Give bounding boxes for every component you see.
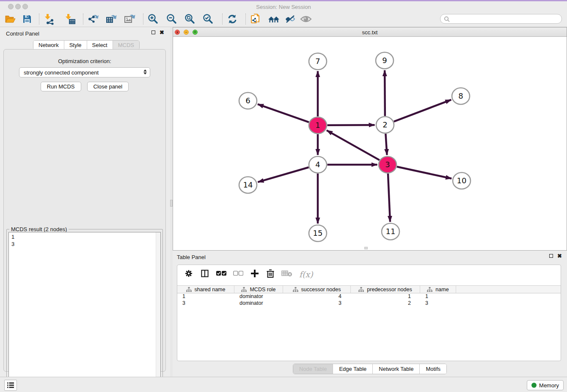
- float-panel-icon[interactable]: [151, 30, 155, 34]
- toolbar-separator: [83, 14, 83, 25]
- edge-4-14[interactable]: [258, 167, 308, 182]
- clone-network-icon[interactable]: [249, 13, 262, 25]
- column-header-name[interactable]: name: [420, 286, 456, 293]
- mcds-panel: Optimization criterion: strongly connect…: [3, 49, 166, 372]
- tab-network-table[interactable]: Network Table: [373, 364, 420, 374]
- tab-network[interactable]: Network: [33, 41, 64, 50]
- status-bar: Memory: [0, 377, 567, 392]
- run-mcds-button[interactable]: Run MCDS: [41, 82, 81, 91]
- tab-node-table[interactable]: Node Table: [293, 364, 333, 374]
- session-title: Session: New Session: [0, 4, 567, 10]
- tab-mcds[interactable]: MCDS: [113, 41, 139, 50]
- column-header-shared-name[interactable]: shared name: [177, 286, 234, 293]
- close-panel-icon[interactable]: ✖: [160, 30, 164, 34]
- column-header-predecessor-nodes[interactable]: predecessor nodes: [351, 286, 420, 293]
- tab-motifs[interactable]: Motifs: [420, 364, 446, 374]
- graph-node-label-8: 8: [458, 91, 463, 100]
- table-body: 1dominator4113dominator323: [177, 293, 561, 307]
- table-tabs: Node TableEdge TableNetwork TableMotifs: [173, 364, 567, 374]
- refresh-network-icon[interactable]: [226, 13, 239, 25]
- table-row[interactable]: 3dominator323: [177, 300, 561, 307]
- memory-label: Memory: [539, 382, 559, 389]
- search-input[interactable]: [440, 14, 562, 24]
- edge-3-1[interactable]: [327, 130, 380, 160]
- column-header-successor-nodes[interactable]: successor nodes: [283, 286, 351, 293]
- import-table-icon[interactable]: [64, 13, 77, 25]
- hide-details-icon[interactable]: [284, 13, 297, 25]
- column-header-MCDS-role[interactable]: MCDS role: [234, 286, 283, 293]
- result-scrollbar[interactable]: [156, 232, 160, 386]
- function-builder-icon[interactable]: f(x): [299, 270, 313, 279]
- tab-style[interactable]: Style: [64, 41, 87, 50]
- list-icon: [7, 382, 14, 389]
- zoom-selected-icon[interactable]: [202, 13, 215, 25]
- cell-predecessor-nodes: 1: [351, 293, 420, 300]
- open-session-icon[interactable]: [4, 13, 17, 25]
- delete-row-icon[interactable]: [266, 269, 275, 280]
- gear-icon[interactable]: [184, 269, 193, 280]
- node-table: shared nameMCDS rolesuccessor nodesprede…: [177, 285, 561, 307]
- graph-node-label-2: 2: [383, 120, 387, 129]
- deselect-all-checks-icon[interactable]: [233, 271, 243, 278]
- cell-predecessor-nodes: 2: [351, 300, 420, 307]
- node-table-container: f(x) shared nameMCDS rolesuccessor nodes…: [177, 265, 561, 361]
- add-row-icon[interactable]: [250, 269, 259, 280]
- graph-node-label-4: 4: [315, 160, 320, 169]
- graph-node-label-14: 14: [243, 180, 253, 189]
- import-network-icon[interactable]: [43, 13, 56, 25]
- cell-MCDS-role: dominator: [234, 293, 283, 300]
- zoom-in-icon[interactable]: [147, 13, 160, 25]
- toolbar-separator: [222, 14, 223, 25]
- float-table-panel-icon[interactable]: [549, 254, 553, 258]
- edge-3-11[interactable]: [388, 174, 390, 222]
- delete-table-icon[interactable]: [281, 270, 292, 279]
- network-graph: 7968124314101511: [173, 37, 567, 250]
- task-history-button[interactable]: [4, 380, 17, 391]
- tab-edge-table[interactable]: Edge Table: [333, 364, 373, 374]
- network-canvas[interactable]: 7968124314101511: [173, 37, 567, 250]
- edge-1-2[interactable]: [327, 125, 374, 125]
- network-window-titlebar[interactable]: x − + scc.txt: [173, 28, 567, 37]
- control-panel-tabs: NetworkStyleSelectMCDS: [33, 40, 140, 50]
- export-image-icon[interactable]: [123, 13, 136, 25]
- home-layouts-icon[interactable]: [267, 13, 280, 25]
- cell-name: 1: [420, 293, 456, 300]
- criterion-value: strongly connected component: [24, 69, 99, 76]
- mcds-result-title: MCDS result (2 nodes): [9, 226, 69, 232]
- zoom-out-icon[interactable]: [165, 13, 178, 25]
- export-table-icon[interactable]: [105, 13, 118, 25]
- graph-node-label-9: 9: [382, 56, 387, 65]
- graph-node-label-1: 1: [315, 121, 320, 130]
- edge-2-3[interactable]: [385, 134, 387, 155]
- edge-3-10[interactable]: [397, 167, 451, 179]
- select-stepper-icon: [143, 69, 147, 75]
- toolbar-separator: [143, 14, 143, 25]
- edge-2-9[interactable]: [385, 70, 385, 116]
- canvas-resize-handle[interactable]: [364, 247, 368, 249]
- titlebar: Session: New Session: [0, 1, 567, 12]
- export-network-icon[interactable]: [87, 13, 99, 25]
- toolbar-separator: [39, 14, 39, 25]
- tab-select[interactable]: Select: [87, 41, 113, 50]
- zoom-fit-icon[interactable]: [184, 13, 196, 25]
- close-panel-button[interactable]: Close panel: [87, 82, 129, 91]
- save-session-icon[interactable]: [21, 13, 33, 25]
- mcds-result-text[interactable]: 1 3: [8, 232, 161, 387]
- cell-shared-name: 3: [177, 300, 234, 307]
- show-details-icon[interactable]: [300, 13, 312, 25]
- graph-node-label-6: 6: [245, 96, 250, 105]
- close-table-panel-icon[interactable]: ✖: [557, 254, 562, 258]
- application-window: Session: New Session: [0, 0, 567, 392]
- select-all-checks-icon[interactable]: [216, 271, 226, 278]
- edge-2-8[interactable]: [394, 100, 451, 121]
- graph-node-label-15: 15: [313, 229, 323, 237]
- columns-icon[interactable]: [200, 269, 209, 280]
- edge-1-6[interactable]: [258, 104, 309, 122]
- criterion-select[interactable]: strongly connected component: [19, 67, 150, 77]
- main-toolbar: [0, 11, 567, 27]
- memory-button[interactable]: Memory: [527, 380, 564, 390]
- cell-MCDS-role: dominator: [234, 300, 283, 307]
- table-row[interactable]: 1dominator411: [177, 293, 561, 300]
- table-panel-title: Table Panel: [177, 254, 206, 260]
- graph-node-label-10: 10: [457, 176, 467, 185]
